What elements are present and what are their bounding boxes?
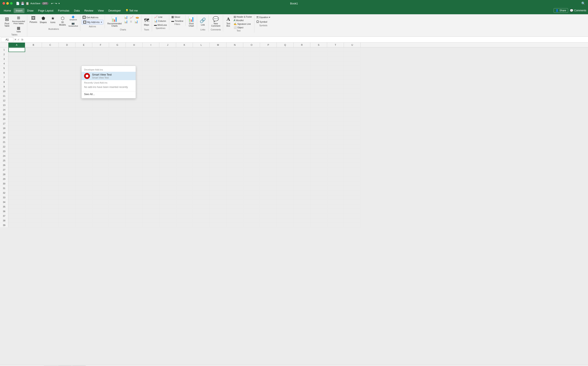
cell-Q30[interactable] bbox=[277, 181, 294, 186]
cell-P38[interactable] bbox=[260, 218, 277, 223]
cell-B29[interactable] bbox=[25, 177, 42, 181]
cell-F33[interactable] bbox=[92, 195, 109, 200]
cell-E17[interactable] bbox=[75, 121, 92, 126]
menu-item-data[interactable]: Data bbox=[72, 8, 82, 13]
cell-J12[interactable] bbox=[159, 98, 176, 103]
cell-M15[interactable] bbox=[210, 112, 226, 117]
line-chart-button[interactable]: 📈 bbox=[129, 15, 134, 19]
cell-A9[interactable] bbox=[8, 84, 25, 89]
cell-U25[interactable] bbox=[344, 158, 361, 163]
cell-Q13[interactable] bbox=[277, 103, 294, 107]
cell-L11[interactable] bbox=[193, 94, 210, 98]
cell-N14[interactable] bbox=[226, 107, 243, 112]
cell-R18[interactable] bbox=[294, 126, 310, 130]
cell-U27[interactable] bbox=[344, 168, 361, 172]
cell-S8[interactable] bbox=[310, 80, 327, 84]
cell-B27[interactable] bbox=[25, 168, 42, 172]
cell-J26[interactable] bbox=[159, 163, 176, 168]
cell-B35[interactable] bbox=[25, 204, 42, 209]
cell-Q25[interactable] bbox=[277, 158, 294, 163]
cell-C1[interactable] bbox=[42, 47, 59, 52]
cell-U39[interactable] bbox=[344, 223, 361, 228]
cell-T12[interactable] bbox=[327, 98, 344, 103]
cell-J20[interactable] bbox=[159, 135, 176, 140]
col-header-M[interactable]: M bbox=[210, 43, 226, 47]
cell-O21[interactable] bbox=[243, 140, 260, 144]
cell-E14[interactable] bbox=[75, 107, 92, 112]
cell-R35[interactable] bbox=[294, 204, 310, 209]
cell-P22[interactable] bbox=[260, 144, 277, 149]
cell-D25[interactable] bbox=[59, 158, 75, 163]
row-header[interactable]: 21 bbox=[0, 140, 8, 144]
cell-R5[interactable] bbox=[294, 66, 310, 70]
cell-U1[interactable] bbox=[344, 47, 361, 52]
cell-G21[interactable] bbox=[109, 140, 126, 144]
cell-I26[interactable] bbox=[143, 163, 159, 168]
cell-N2[interactable] bbox=[226, 52, 243, 57]
cell-U28[interactable] bbox=[344, 172, 361, 177]
cell-S21[interactable] bbox=[310, 140, 327, 144]
cell-F31[interactable] bbox=[92, 186, 109, 191]
cell-C3[interactable] bbox=[42, 57, 59, 61]
cell-B23[interactable] bbox=[25, 149, 42, 154]
cell-T1[interactable] bbox=[327, 47, 344, 52]
cell-S28[interactable] bbox=[310, 172, 327, 177]
cell-J14[interactable] bbox=[159, 107, 176, 112]
cell-L35[interactable] bbox=[193, 204, 210, 209]
cell-Q34[interactable] bbox=[277, 200, 294, 204]
save-icon[interactable]: 💾 bbox=[21, 2, 24, 5]
table-button[interactable]: ▦ Table bbox=[11, 25, 26, 33]
cell-H23[interactable] bbox=[126, 149, 143, 154]
equation-button[interactable]: π Equation ▾ bbox=[256, 15, 271, 19]
cell-N36[interactable] bbox=[226, 209, 243, 214]
cell-N16[interactable] bbox=[226, 117, 243, 121]
cell-L31[interactable] bbox=[193, 186, 210, 191]
cell-C23[interactable] bbox=[42, 149, 59, 154]
cell-U11[interactable] bbox=[344, 94, 361, 98]
cell-B19[interactable] bbox=[25, 130, 42, 135]
cell-J5[interactable] bbox=[159, 66, 176, 70]
cell-R3[interactable] bbox=[294, 57, 310, 61]
cell-S24[interactable] bbox=[310, 154, 327, 158]
timeline-button[interactable]: ▬ Timeline bbox=[171, 19, 184, 23]
cell-P4[interactable] bbox=[260, 61, 277, 66]
cell-K26[interactable] bbox=[176, 163, 193, 168]
cell-L2[interactable] bbox=[193, 52, 210, 57]
cell-B11[interactable] bbox=[25, 94, 42, 98]
col-header-R[interactable]: R bbox=[294, 43, 310, 47]
cell-D8[interactable] bbox=[59, 80, 75, 84]
cell-P28[interactable] bbox=[260, 172, 277, 177]
cell-O27[interactable] bbox=[243, 168, 260, 172]
signature-line-button[interactable]: ✍ Signature Line bbox=[233, 22, 253, 26]
cell-I36[interactable] bbox=[143, 209, 159, 214]
cell-F37[interactable] bbox=[92, 214, 109, 218]
pivot-chart-button[interactable]: 📊 PivotChart bbox=[187, 15, 196, 28]
screenshot-button[interactable]: 📷 Screenshot bbox=[67, 21, 79, 28]
col-header-S[interactable]: S bbox=[310, 43, 327, 47]
cell-I22[interactable] bbox=[143, 144, 159, 149]
cell-Q17[interactable] bbox=[277, 121, 294, 126]
cell-C2[interactable] bbox=[42, 52, 59, 57]
cell-U37[interactable] bbox=[344, 214, 361, 218]
cell-F18[interactable] bbox=[92, 126, 109, 130]
cell-L21[interactable] bbox=[193, 140, 210, 144]
cell-L19[interactable] bbox=[193, 130, 210, 135]
cell-H16[interactable] bbox=[126, 117, 143, 121]
cell-M37[interactable] bbox=[210, 214, 226, 218]
cell-H19[interactable] bbox=[126, 130, 143, 135]
cell-I31[interactable] bbox=[143, 186, 159, 191]
cell-H35[interactable] bbox=[126, 204, 143, 209]
cell-B30[interactable] bbox=[25, 181, 42, 186]
cell-T11[interactable] bbox=[327, 94, 344, 98]
cell-T26[interactable] bbox=[327, 163, 344, 168]
cell-H36[interactable] bbox=[126, 209, 143, 214]
cell-C20[interactable] bbox=[42, 135, 59, 140]
cell-Q35[interactable] bbox=[277, 204, 294, 209]
cell-I32[interactable] bbox=[143, 191, 159, 195]
cell-J2[interactable] bbox=[159, 52, 176, 57]
cell-M9[interactable] bbox=[210, 84, 226, 89]
cell-R30[interactable] bbox=[294, 181, 310, 186]
cell-T17[interactable] bbox=[327, 121, 344, 126]
cell-A14[interactable] bbox=[8, 107, 25, 112]
row-header[interactable]: 20 bbox=[0, 135, 8, 140]
